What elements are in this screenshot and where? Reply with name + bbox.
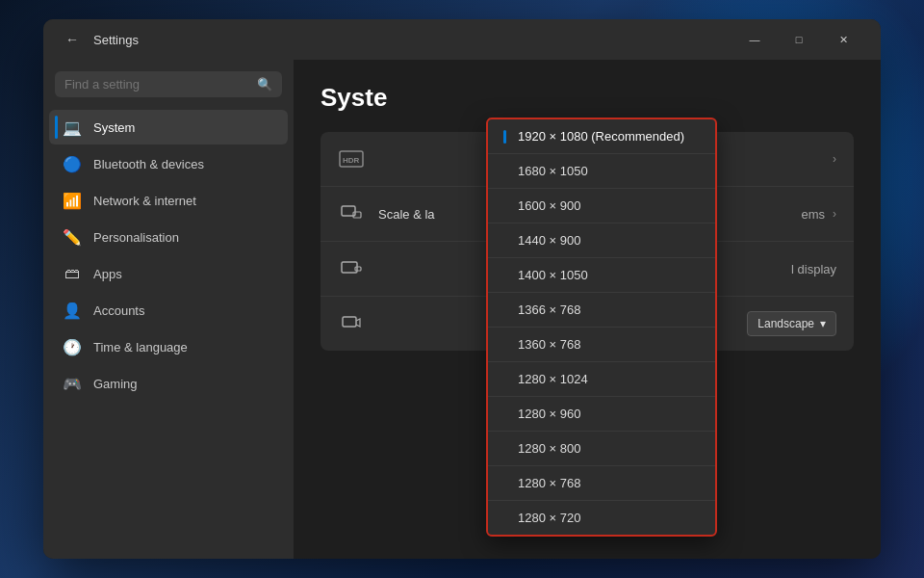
search-box[interactable]: 🔍 bbox=[55, 71, 282, 97]
svg-text:HDR: HDR bbox=[343, 156, 360, 165]
sidebar-item-personalisation-label: Personalisation bbox=[93, 230, 179, 245]
sidebar-item-network-label: Network & internet bbox=[93, 194, 196, 208]
dropdown-option-8[interactable]: 1280 × 960 bbox=[488, 397, 715, 432]
dropdown-option-5-label: 1366 × 768 bbox=[518, 302, 580, 317]
system-icon: 💻 bbox=[63, 118, 82, 137]
resolution-right-text: l display bbox=[791, 262, 836, 276]
dropdown-option-5[interactable]: 1366 × 768 bbox=[488, 293, 715, 328]
sidebar-item-accounts-label: Accounts bbox=[93, 303, 144, 318]
sidebar-item-time[interactable]: 🕐 Time & language bbox=[49, 329, 288, 364]
unselected-bar-6 bbox=[503, 338, 506, 352]
title-bar: ← Settings — □ ✕ bbox=[43, 19, 881, 60]
dropdown-option-2-label: 1600 × 900 bbox=[518, 198, 580, 213]
unselected-bar-3 bbox=[503, 234, 506, 248]
sidebar-item-gaming[interactable]: 🎮 Gaming bbox=[49, 366, 288, 401]
sidebar-item-personalisation[interactable]: ✏️ Personalisation bbox=[49, 220, 288, 254]
dropdown-option-2[interactable]: 1600 × 900 bbox=[488, 189, 715, 223]
unselected-bar-8 bbox=[503, 407, 506, 421]
apps-icon: 🗃 bbox=[63, 264, 82, 283]
unselected-bar-11 bbox=[503, 512, 506, 525]
dropdown-option-1-label: 1680 × 1050 bbox=[518, 164, 588, 178]
orientation-control: Landscape ▾ bbox=[747, 311, 836, 336]
sidebar-item-system-label: System bbox=[93, 120, 135, 135]
time-icon: 🕐 bbox=[63, 337, 82, 356]
dropdown-option-10-label: 1280 × 768 bbox=[518, 476, 580, 490]
dropdown-option-6-label: 1360 × 768 bbox=[518, 337, 580, 352]
window-title: Settings bbox=[93, 33, 732, 47]
hdr-control: › bbox=[833, 152, 836, 166]
unselected-bar-9 bbox=[503, 442, 506, 456]
window-controls: — □ ✕ bbox=[732, 24, 865, 55]
scale-icon bbox=[338, 200, 365, 227]
dropdown-option-7-label: 1280 × 1024 bbox=[518, 372, 588, 386]
dropdown-option-3[interactable]: 1440 × 900 bbox=[488, 223, 715, 258]
right-content: Syste HDR › bbox=[294, 60, 881, 559]
maximize-button[interactable]: □ bbox=[777, 24, 821, 55]
dropdown-option-9[interactable]: 1280 × 800 bbox=[488, 432, 715, 466]
dropdown-option-10[interactable]: 1280 × 768 bbox=[488, 466, 715, 501]
page-title: Syste bbox=[321, 83, 854, 113]
minimize-button[interactable]: — bbox=[732, 24, 777, 55]
scale-chevron: › bbox=[833, 207, 836, 221]
bluetooth-icon: 🔵 bbox=[63, 154, 82, 173]
search-input[interactable] bbox=[64, 77, 249, 92]
orientation-icon bbox=[338, 310, 365, 337]
unselected-bar-4 bbox=[503, 269, 506, 282]
scale-control: ems › bbox=[801, 207, 836, 222]
unselected-bar-7 bbox=[503, 373, 506, 386]
settings-window: ← Settings — □ ✕ 🔍 💻 System 🔵 Bluetooth … bbox=[43, 19, 881, 559]
hdr-chevron: › bbox=[833, 152, 836, 166]
landscape-dropdown[interactable]: Landscape ▾ bbox=[747, 311, 836, 336]
sidebar: 🔍 💻 System 🔵 Bluetooth & devices 📶 Netwo… bbox=[43, 60, 294, 559]
unselected-bar-2 bbox=[503, 199, 506, 213]
accounts-icon: 👤 bbox=[63, 301, 82, 320]
dropdown-option-9-label: 1280 × 800 bbox=[518, 441, 580, 456]
dropdown-option-4[interactable]: 1400 × 1050 bbox=[488, 258, 715, 293]
search-icon: 🔍 bbox=[257, 77, 272, 92]
sidebar-item-network[interactable]: 📶 Network & internet bbox=[49, 183, 288, 218]
dropdown-option-0[interactable]: 1920 × 1080 (Recommended) bbox=[488, 119, 715, 154]
network-icon: 📶 bbox=[63, 191, 82, 210]
close-button[interactable]: ✕ bbox=[821, 24, 865, 55]
dropdown-option-8-label: 1280 × 960 bbox=[518, 407, 580, 421]
dropdown-option-1[interactable]: 1680 × 1050 bbox=[488, 154, 715, 189]
dropdown-option-6[interactable]: 1360 × 768 bbox=[488, 328, 715, 362]
unselected-bar-5 bbox=[503, 303, 506, 317]
sidebar-item-bluetooth-label: Bluetooth & devices bbox=[93, 157, 204, 171]
sidebar-item-apps[interactable]: 🗃 Apps bbox=[49, 256, 288, 291]
sidebar-item-system[interactable]: 💻 System bbox=[49, 110, 288, 144]
personalisation-icon: ✏️ bbox=[63, 227, 82, 247]
dropdown-option-11-label: 1280 × 720 bbox=[518, 511, 580, 525]
back-button[interactable]: ← bbox=[59, 26, 86, 53]
sidebar-item-bluetooth[interactable]: 🔵 Bluetooth & devices bbox=[49, 146, 288, 181]
resolution-icon bbox=[338, 255, 365, 282]
dropdown-option-7[interactable]: 1280 × 1024 bbox=[488, 362, 715, 397]
resolution-control: l display bbox=[791, 262, 836, 276]
gaming-icon: 🎮 bbox=[63, 374, 82, 393]
svg-rect-6 bbox=[343, 317, 356, 327]
dropdown-option-3-label: 1440 × 900 bbox=[518, 233, 580, 248]
selected-indicator bbox=[503, 130, 506, 144]
hdr-row-icon: HDR bbox=[338, 145, 365, 172]
sidebar-item-accounts[interactable]: 👤 Accounts bbox=[49, 293, 288, 328]
landscape-label: Landscape bbox=[757, 317, 814, 330]
sidebar-item-apps-label: Apps bbox=[93, 267, 122, 281]
sidebar-item-time-label: Time & language bbox=[93, 340, 188, 355]
dropdown-option-4-label: 1400 × 1050 bbox=[518, 268, 588, 282]
dropdown-option-11[interactable]: 1280 × 720 bbox=[488, 501, 715, 535]
landscape-chevron-icon: ▾ bbox=[820, 317, 826, 330]
unselected-bar-10 bbox=[503, 477, 506, 490]
resolution-dropdown[interactable]: 1920 × 1080 (Recommended) 1680 × 1050 16… bbox=[486, 118, 717, 537]
sidebar-item-gaming-label: Gaming bbox=[93, 377, 138, 391]
scale-right-text: ems bbox=[801, 207, 825, 222]
dropdown-option-0-label: 1920 × 1080 (Recommended) bbox=[518, 129, 684, 144]
unselected-bar-1 bbox=[503, 165, 506, 178]
main-content: 🔍 💻 System 🔵 Bluetooth & devices 📶 Netwo… bbox=[43, 60, 881, 559]
svg-rect-5 bbox=[355, 267, 361, 271]
